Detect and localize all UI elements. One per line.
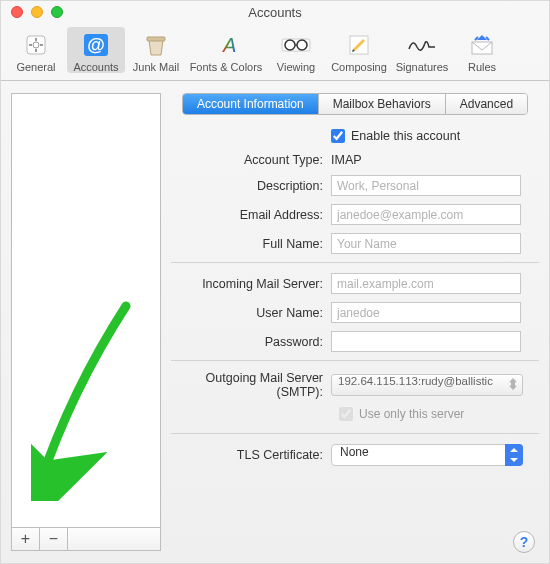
toolbar-composing[interactable]: Composing [327,27,391,73]
at-icon: @ [80,31,112,59]
svg-rect-8 [147,37,165,41]
password-field[interactable] [331,331,521,352]
username-label: User Name: [171,306,331,320]
toolbar-rules[interactable]: Rules [453,27,511,73]
accounts-sidebar: + − [11,93,161,551]
enable-account-checkbox[interactable] [331,129,345,143]
description-field[interactable] [331,175,521,196]
smtp-label: Outgoing Mail Server (SMTP): [171,371,331,399]
glasses-icon [280,31,312,59]
account-detail-panel: Account Information Mailbox Behaviors Ad… [171,93,539,551]
divider [171,360,539,361]
email-field[interactable] [331,204,521,225]
account-type-value: IMAP [331,153,362,167]
remove-account-button[interactable]: − [40,528,68,550]
accounts-list[interactable] [11,93,161,527]
svg-point-1 [33,42,39,48]
gear-icon [20,31,52,59]
signature-icon [406,31,438,59]
svg-text:A: A [222,34,236,56]
trash-icon [140,31,172,59]
account-type-label: Account Type: [171,153,331,167]
use-only-server-checkbox [339,407,353,421]
chevron-updown-icon [510,448,518,462]
toolbar-junk-mail[interactable]: Junk Mail [127,27,185,73]
enable-account-label: Enable this account [351,129,460,143]
tls-label: TLS Certificate: [171,448,331,462]
toolbar-fonts-colors[interactable]: A Fonts & Colors [187,27,265,73]
toolbar-viewing[interactable]: Viewing [267,27,325,73]
titlebar: Accounts [1,1,549,23]
rules-icon [466,31,498,59]
svg-text:@: @ [87,35,105,55]
add-account-button[interactable]: + [12,528,40,550]
incoming-server-field[interactable] [331,273,521,294]
accounts-list-buttons: + − [11,527,161,551]
description-label: Description: [171,179,331,193]
password-label: Password: [171,335,331,349]
tls-certificate-select[interactable]: None [331,444,523,466]
tab-account-info[interactable]: Account Information [183,94,319,114]
divider [171,262,539,263]
incoming-label: Incoming Mail Server: [171,277,331,291]
tab-mailbox-behaviors[interactable]: Mailbox Behaviors [319,94,446,114]
fonts-icon: A [210,31,242,59]
email-label: Email Address: [171,208,331,222]
tab-advanced[interactable]: Advanced [446,94,527,114]
window-title: Accounts [1,5,549,20]
toolbar-general[interactable]: General [7,27,65,73]
divider [171,433,539,434]
help-button[interactable]: ? [513,531,535,553]
account-tabs: Account Information Mailbox Behaviors Ad… [182,93,528,115]
toolbar-accounts[interactable]: @ Accounts [67,27,125,73]
use-only-server-label: Use only this server [359,407,464,421]
toolbar-signatures[interactable]: Signatures [393,27,451,73]
smtp-server-select[interactable]: 192.64.115.113:rudy@ballistic [331,374,523,396]
fullname-field[interactable] [331,233,521,254]
fullname-label: Full Name: [171,237,331,251]
accounts-prefs-window: Accounts General @ Accounts Junk Mail A … [0,0,550,564]
username-field[interactable] [331,302,521,323]
compose-icon [343,31,375,59]
prefs-toolbar: General @ Accounts Junk Mail A Fonts & C… [1,23,549,81]
